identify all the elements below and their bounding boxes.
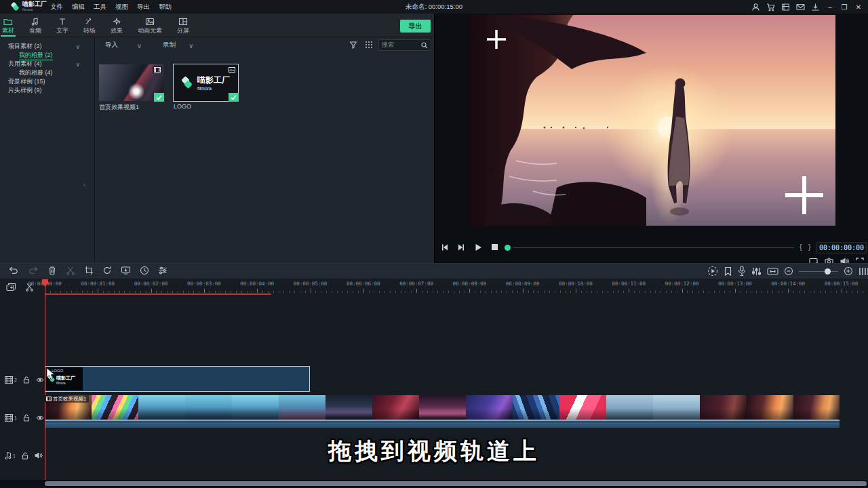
chroma-key-icon[interactable] (121, 266, 131, 275)
video-type-icon (46, 396, 52, 401)
record-dropdown[interactable]: 录制 (163, 41, 176, 49)
next-frame-button[interactable] (457, 243, 465, 251)
previous-frame-button[interactable] (441, 243, 449, 251)
mark-out-icon[interactable]: } (808, 243, 811, 251)
close-button[interactable]: ✕ (854, 3, 863, 11)
stop-button[interactable] (491, 243, 498, 251)
track-number: 2 (14, 378, 17, 382)
mail-icon[interactable] (796, 3, 805, 12)
seek-playhead[interactable] (505, 245, 511, 251)
sidebar-item-project-media[interactable]: 项目素材 (2)∨ (0, 42, 95, 51)
marker-icon[interactable] (724, 266, 732, 277)
media-library-icon[interactable] (781, 3, 790, 12)
grid-view-icon[interactable] (365, 41, 373, 49)
scrollbar-thumb[interactable] (45, 481, 867, 486)
sidebar-collapse-handle[interactable]: ‹ (83, 180, 89, 190)
split-screen-icon (178, 18, 188, 26)
import-dropdown[interactable]: 导入 (105, 41, 118, 49)
timeline-clip-logo[interactable]: LOGO 喵影工厂 filmora (45, 366, 310, 392)
undo-icon[interactable] (8, 266, 19, 275)
voiceover-mic-icon[interactable] (738, 266, 746, 277)
menu-file[interactable]: 文件 (50, 3, 63, 12)
logo-brand-text: 喵影工厂 (197, 75, 230, 86)
tab-media[interactable]: 素材 (0, 14, 22, 37)
ruler-tick (555, 291, 555, 293)
sidebar-item-my-album-shared[interactable]: 我的相册 (4) (0, 68, 95, 77)
track-header-video-1[interactable]: 1 (0, 413, 42, 422)
tab-text[interactable]: 文字 (49, 14, 76, 37)
delete-icon[interactable] (47, 266, 57, 275)
download-icon[interactable] (811, 3, 820, 12)
store-cart-icon[interactable] (766, 3, 775, 12)
menu-export[interactable]: 导出 (137, 3, 150, 12)
tab-split-screen[interactable]: 分屏 (170, 14, 197, 37)
ruler-timecode-label: 00:00:12:00 (665, 281, 699, 287)
ruler-tick (199, 291, 199, 293)
rotate-icon[interactable] (102, 266, 112, 275)
tab-elements[interactable]: 动画元素 (130, 14, 170, 37)
timeline-playhead[interactable] (45, 280, 45, 480)
lock-track-icon[interactable] (23, 414, 30, 422)
timeline-clip-video[interactable]: 首页效果视频1 (45, 395, 840, 428)
track-height-icon[interactable] (859, 266, 868, 277)
tab-effects[interactable]: 效果 (103, 14, 130, 37)
export-button[interactable]: 导出 (400, 20, 431, 33)
sidebar-item-background-samples[interactable]: 背景样例 (15) (0, 77, 95, 86)
seek-bar[interactable] (513, 247, 794, 248)
menu-help[interactable]: 帮助 (159, 3, 172, 12)
filter-icon[interactable] (349, 41, 357, 49)
ruler-tick (645, 291, 646, 293)
lock-track-icon[interactable] (23, 376, 30, 384)
sidebar-item-intro-samples[interactable]: 片头样例 (9) (0, 86, 95, 95)
ruler-tick (608, 291, 608, 293)
chevron-down-icon[interactable]: ∨ (137, 42, 142, 49)
tab-transitions[interactable]: 转场 (76, 14, 103, 37)
ruler-tick (634, 291, 635, 293)
zoom-in-icon[interactable] (844, 266, 853, 276)
search-icon[interactable] (421, 42, 428, 49)
menu-view[interactable]: 视图 (115, 3, 128, 12)
sidebar-item-my-album-project[interactable]: 我的相册 (2) (0, 51, 95, 60)
tab-audio[interactable]: 音频 (22, 14, 49, 37)
ruler-tick (130, 291, 130, 293)
account-icon[interactable] (751, 3, 760, 12)
ruler-tick (538, 291, 539, 293)
media-item-logo[interactable]: 喵影工厂 filmora (174, 64, 238, 101)
ruler-tick (799, 291, 800, 293)
video-clip-filmstrip (45, 395, 840, 420)
menu-tools[interactable]: 工具 (94, 3, 106, 12)
ruler-tick (831, 291, 831, 293)
adjust-settings-icon[interactable] (158, 266, 167, 275)
zoom-fit-icon[interactable] (767, 267, 778, 276)
ruler-tick (283, 291, 284, 293)
redo-icon[interactable] (28, 266, 39, 275)
playback-controls: { } 00:00:00:00 (435, 230, 868, 263)
ruler-tick (528, 291, 529, 293)
speed-clock-icon[interactable] (140, 266, 149, 275)
mark-in-icon[interactable]: { (800, 243, 802, 251)
timeline-zoom-slider[interactable] (799, 266, 838, 277)
search-input[interactable]: 搜索 (378, 39, 431, 51)
zoom-slider-knob[interactable] (825, 268, 831, 274)
track-header-video-2[interactable]: 2 (0, 375, 42, 384)
ruler-tick (358, 291, 359, 293)
maximize-button[interactable]: ❐ (840, 3, 848, 11)
minimize-button[interactable]: – (826, 3, 834, 11)
ruler-tick (151, 289, 152, 293)
audio-mixer-icon[interactable] (751, 266, 762, 277)
media-item-video[interactable] (99, 64, 163, 101)
filmstrip-frame (185, 395, 232, 420)
toggle-visibility-icon[interactable] (36, 415, 44, 421)
timeline-ruler[interactable]: 00:00:00:0000:00:01:0000:00:02:0000:00:0… (0, 280, 868, 295)
cut-icon[interactable] (66, 266, 75, 275)
ruler-tick (225, 291, 226, 293)
render-preview-icon[interactable] (707, 266, 718, 277)
menu-edit[interactable]: 编辑 (72, 3, 85, 12)
toggle-visibility-icon[interactable] (36, 377, 44, 383)
crop-icon[interactable] (84, 266, 94, 275)
ruler-tick (363, 289, 364, 293)
sidebar-item-shared-media[interactable]: 共用素材 (4)∨ (0, 60, 95, 68)
zoom-out-icon[interactable] (784, 266, 793, 276)
play-button[interactable] (474, 243, 482, 251)
chevron-down-icon[interactable]: ∨ (189, 42, 193, 49)
